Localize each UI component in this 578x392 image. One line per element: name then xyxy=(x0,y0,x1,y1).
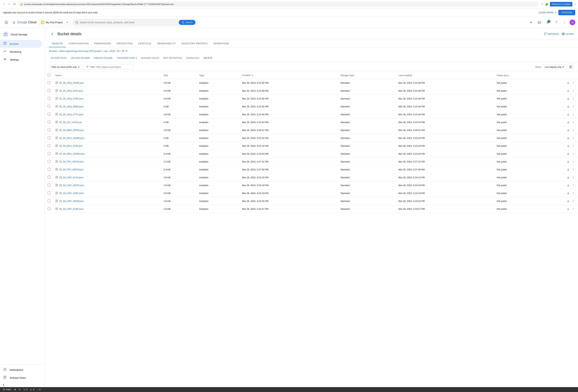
download-row-button-16[interactable] xyxy=(566,206,571,211)
filter-prefix-dropdown[interactable]: Filter by name prefix only ▾ xyxy=(49,64,82,70)
delete-button[interactable]: DELETE xyxy=(202,56,214,60)
file-link-1[interactable]: 00_00_AKQ_KIXA.json xyxy=(59,89,83,92)
download-row-button-8[interactable] xyxy=(566,143,571,148)
more-row-button-11[interactable]: ⋮ xyxy=(571,167,576,172)
tab-protection[interactable]: PROTECTION xyxy=(114,40,135,47)
row-checkbox-12[interactable] xyxy=(48,176,50,179)
file-link-8[interactable]: 00_00_BOX_KIJD.json xyxy=(59,145,83,147)
tab-observability[interactable]: OBSERVABILITY xyxy=(154,40,179,47)
download-row-button-14[interactable] xyxy=(566,191,571,196)
row-checkbox-11[interactable] xyxy=(48,168,50,171)
more-row-button-4[interactable]: ⋮ xyxy=(571,112,576,117)
row-checkbox-8[interactable] xyxy=(48,144,50,147)
breadcrumb-buckets[interactable]: Buckets xyxy=(49,50,57,52)
hamburger-menu-button[interactable] xyxy=(3,19,10,26)
download-row-button-7[interactable] xyxy=(566,135,571,140)
upgrade-button[interactable]: UPGRADE xyxy=(558,10,575,15)
breadcrumb-copy-button[interactable]: ⧉ xyxy=(126,49,127,52)
row-checkbox-5[interactable] xyxy=(48,121,50,123)
sidebar-item-release-notes[interactable]: Release Notes xyxy=(0,374,42,382)
more-row-button-6[interactable]: ⋮ xyxy=(571,128,576,133)
edit-retention-button[interactable]: EDIT RETENTION xyxy=(162,56,184,60)
back-button[interactable] xyxy=(49,31,55,37)
file-link-11[interactable]: 00_00_FFC_KRHP.json xyxy=(59,168,83,171)
file-link-15[interactable]: 00_00_GSP_KRHP.json xyxy=(59,200,84,202)
sidebar-collapse-button[interactable]: ❮ xyxy=(0,382,45,388)
more-row-button-1[interactable]: ⋮ xyxy=(571,88,576,93)
ai-assistant-button[interactable]: ✦ xyxy=(528,19,534,26)
more-row-button-15[interactable]: ⋮ xyxy=(571,198,576,203)
filter-input[interactable] xyxy=(96,66,131,68)
more-row-button-13[interactable]: ⋮ xyxy=(571,183,576,188)
google-cloud-logo[interactable]: Google Cloud xyxy=(12,20,37,25)
download-row-button-5[interactable] xyxy=(566,120,571,125)
row-checkbox-1[interactable] xyxy=(48,89,50,92)
more-row-button-14[interactable]: ⋮ xyxy=(571,191,576,196)
tab-operations[interactable]: OPERATIONS xyxy=(210,40,232,47)
user-avatar-button[interactable]: W xyxy=(570,20,575,25)
breadcrumb-raw[interactable]: raw xyxy=(104,50,108,52)
learn-more-button[interactable]: LEARN MORE ↗ xyxy=(538,11,556,14)
created-help-icon[interactable]: ? xyxy=(251,74,253,77)
columns-button[interactable] xyxy=(568,64,574,70)
file-link-0[interactable]: 00_00_AKQ_KEDE.json xyxy=(59,81,84,84)
row-checkbox-6[interactable] xyxy=(48,128,50,131)
refresh-button[interactable]: REFRESH xyxy=(544,33,559,35)
download-row-button-4[interactable] xyxy=(566,112,571,117)
row-checkbox-14[interactable] xyxy=(48,192,50,194)
more-options-button[interactable]: ⋮ xyxy=(561,19,568,26)
file-link-2[interactable]: 00_00_AKQ_KJNX.json xyxy=(59,97,84,100)
file-link-4[interactable]: 00_00_AKQ_KTTA.json xyxy=(59,113,83,116)
download-row-button-0[interactable] xyxy=(566,80,571,85)
download-row-button-10[interactable] xyxy=(566,159,571,164)
row-checkbox-10[interactable] xyxy=(48,160,50,163)
sidebar-item-settings[interactable]: Settings xyxy=(0,56,42,64)
more-row-button-8[interactable]: ⋮ xyxy=(571,143,576,148)
file-link-12[interactable]: 00_00_GSP_K1A5.json xyxy=(59,176,83,179)
row-checkbox-4[interactable] xyxy=(48,113,50,116)
row-checkbox-16[interactable] xyxy=(48,207,50,210)
menu-icon[interactable]: ⋮ xyxy=(574,2,577,6)
tab-permissions[interactable]: PERMISSIONS xyxy=(92,40,114,47)
tab-configuration[interactable]: CONFIGURATION xyxy=(66,40,92,47)
file-link-5[interactable]: 00_00_ALY_KIJD.json xyxy=(59,121,82,124)
download-row-button-15[interactable] xyxy=(566,198,571,203)
sidebar-item-monitoring[interactable]: Monitoring xyxy=(0,48,42,56)
more-row-button-7[interactable]: ⋮ xyxy=(571,135,576,140)
extensions-icon[interactable]: 🧩 xyxy=(545,2,549,6)
file-link-16[interactable]: 00_00_GSP_KUKF.json xyxy=(59,208,84,210)
file-link-14[interactable]: 00_00_GSP_KGEV.json xyxy=(59,192,84,195)
more-row-button-16[interactable]: ⋮ xyxy=(571,206,576,211)
more-row-button-5[interactable]: ⋮ xyxy=(571,120,576,125)
download-row-button-1[interactable] xyxy=(566,88,571,93)
manage-holds-button[interactable]: MANAGE HOLDS xyxy=(140,56,160,60)
more-row-button-12[interactable]: ⋮ xyxy=(571,175,576,180)
learn-button[interactable]: LEARN xyxy=(562,33,574,35)
sidebar-item-marketplace[interactable]: Marketplace xyxy=(0,366,42,374)
download-row-button-11[interactable] xyxy=(566,167,571,172)
file-link-6[interactable]: 00_00_BMX_KRHP.json xyxy=(59,129,84,131)
more-row-button-3[interactable]: ⋮ xyxy=(571,104,576,109)
row-checkbox-2[interactable] xyxy=(48,97,50,100)
file-link-10[interactable]: 00_00_FFC_KEHO.json xyxy=(59,160,84,163)
row-checkbox-0[interactable] xyxy=(48,81,50,84)
search-input[interactable] xyxy=(80,21,177,24)
row-checkbox-3[interactable] xyxy=(48,105,50,108)
breadcrumb-29[interactable]: 29 xyxy=(122,50,124,52)
tab-objects[interactable]: OBJECTS xyxy=(49,40,66,47)
download-row-button-9[interactable] xyxy=(566,151,571,156)
sidebar-item-buckets[interactable]: Buckets xyxy=(0,40,42,48)
more-row-button-2[interactable]: ⋮ xyxy=(571,96,576,101)
project-selector[interactable]: My First Project ▾ xyxy=(39,19,70,25)
create-folder-button[interactable]: CREATE FOLDER xyxy=(93,56,114,60)
breadcrumb-03[interactable]: 03 xyxy=(117,50,120,52)
relaunch-button[interactable]: Relaunch to update xyxy=(550,2,572,6)
tab-inventory-reports[interactable]: INVENTORY REPORTS xyxy=(179,40,210,47)
row-checkbox-15[interactable] xyxy=(48,199,50,202)
tab-lifecycle[interactable]: LIFECYCLE xyxy=(135,40,154,47)
star-icon[interactable]: ☆ xyxy=(541,2,544,6)
search-button[interactable]: Search xyxy=(179,20,195,25)
file-link-9[interactable]: 00_00_BOX_KOWD.json xyxy=(59,153,85,155)
cloud-shell-button[interactable] xyxy=(536,19,543,26)
row-checkbox-13[interactable] xyxy=(48,184,50,187)
